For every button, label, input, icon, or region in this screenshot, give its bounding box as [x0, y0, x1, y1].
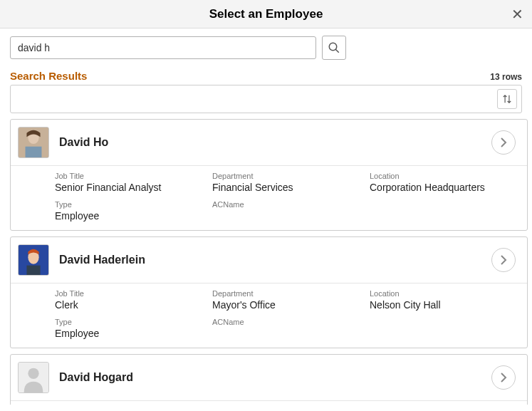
select-employee-button[interactable] — [491, 365, 516, 390]
label-type: Type — [55, 200, 205, 209]
close-button[interactable]: ✕ — [511, 6, 523, 23]
chevron-right-icon — [500, 373, 507, 383]
sort-button[interactable] — [497, 89, 517, 109]
label-location: Location — [370, 289, 520, 298]
employee-card-header: David Haderlein — [11, 237, 527, 283]
value-department: Financial Services — [212, 182, 363, 193]
label-department: Department — [212, 289, 363, 298]
employee-name: David Haderlein — [59, 254, 481, 266]
employee-card-body: Job Title Senior Financial Analyst Depar… — [11, 166, 527, 230]
value-type: Employee — [55, 328, 205, 339]
field-type: Type Employee — [55, 200, 205, 222]
field-acname: ACName — [212, 318, 363, 339]
results-header: Search Results 13 rows — [0, 67, 532, 83]
field-type: Type Employee — [55, 318, 205, 339]
field-job-title: Job Title Clerk — [55, 289, 205, 311]
svg-point-9 — [28, 368, 38, 379]
field-department: Department Financial Services — [212, 172, 363, 193]
results-heading: Search Results — [10, 70, 87, 82]
avatar — [18, 244, 49, 276]
label-location: Location — [370, 172, 520, 180]
search-button[interactable] — [322, 36, 346, 60]
results-list[interactable]: David Ho Job Title Senior Financial Anal… — [0, 119, 532, 405]
svg-rect-4 — [26, 147, 42, 157]
label-job-title: Job Title — [55, 172, 205, 180]
avatar — [18, 127, 49, 158]
value-job-title: Clerk — [55, 299, 205, 311]
value-type: Employee — [55, 210, 205, 222]
avatar — [18, 362, 49, 393]
value-job-title: Senior Financial Analyst — [55, 182, 205, 193]
employee-card-body: Job Title Department Location — [11, 401, 527, 405]
select-employee-button[interactable] — [491, 248, 516, 272]
employee-card: David Ho Job Title Senior Financial Anal… — [10, 119, 528, 231]
employee-name: David Hogard — [59, 371, 481, 384]
svg-point-0 — [329, 43, 337, 51]
employee-name: David Ho — [59, 136, 481, 149]
search-bar — [0, 28, 532, 67]
dialog-title: Select an Employee — [209, 7, 323, 21]
select-employee-button[interactable] — [491, 130, 516, 155]
chevron-right-icon — [500, 137, 507, 147]
svg-line-1 — [335, 49, 339, 53]
employee-card: David Haderlein Job Title Clerk Departme… — [10, 236, 528, 348]
svg-rect-7 — [26, 266, 40, 275]
value-department: Mayor's Office — [212, 299, 363, 311]
field-acname: ACName — [212, 200, 363, 222]
field-location: Location Corporation Headquarters — [370, 172, 520, 193]
employee-card-body: Job Title Clerk Department Mayor's Offic… — [11, 283, 527, 348]
search-input[interactable] — [10, 36, 316, 59]
employee-card-header: David Ho — [11, 120, 527, 166]
employee-card-header: David Hogard — [11, 355, 527, 401]
label-job-title: Job Title — [55, 289, 205, 298]
field-location: Location Nelson City Hall — [370, 289, 520, 311]
employee-card: David Hogard Job Title Department Locati… — [10, 354, 528, 405]
value-location: Nelson City Hall — [370, 299, 520, 311]
close-icon: ✕ — [511, 6, 523, 22]
chevron-right-icon — [500, 255, 507, 265]
search-icon — [328, 41, 340, 54]
value-location: Corporation Headquarters — [370, 182, 520, 193]
sort-icon — [502, 94, 512, 104]
label-acname: ACName — [212, 318, 363, 326]
dialog-header: Select an Employee ✕ — [0, 0, 532, 28]
row-count: 13 rows — [490, 72, 522, 82]
filter-bar — [10, 85, 522, 113]
field-department: Department Mayor's Office — [212, 289, 363, 311]
label-acname: ACName — [212, 200, 363, 209]
field-job-title: Job Title Senior Financial Analyst — [55, 172, 205, 193]
label-department: Department — [212, 172, 363, 180]
label-type: Type — [55, 318, 205, 326]
